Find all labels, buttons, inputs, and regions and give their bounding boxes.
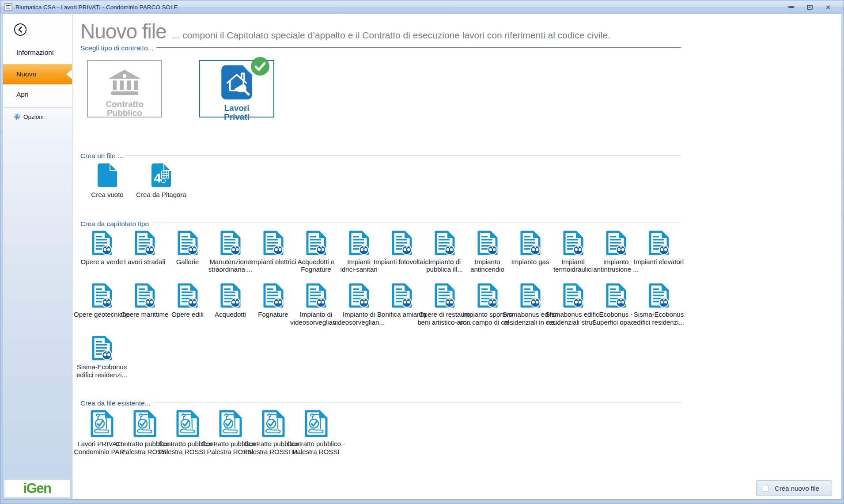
capitolato-document-icon [649,283,669,308]
capitolato-document-icon [649,231,669,255]
section-capitolato: Crea da capitolato tipo [80,220,681,228]
section-label: Crea da file esistente... [80,399,151,407]
capitolato-grid: Opere a verde Lavori stradali Gallerie [80,231,681,389]
capitolato-document-icon [306,283,326,308]
page-subtitle: ... componi il Capitolato speciale d’app… [172,30,610,41]
section-contract-type: Scegli tipo di contratto... [80,44,681,52]
house-trowel-icon [221,64,253,102]
minimize-button[interactable] [785,3,797,11]
capitolato-item[interactable]: Opere edili [166,283,209,326]
capitolato-document-icon [349,231,369,255]
green-check-icon [250,57,270,76]
contract-type-row: Contratto Pubblico [87,60,841,117]
capitolato-item[interactable]: Manutenzione straordinaria ... [209,231,252,273]
sidebar-nav: Informazioni Nuovo Apri Opzioni [3,43,72,126]
create-file-grid: Crea vuoto 4 Crea da Pitagora [80,163,681,201]
contract-scroll-document-icon [91,410,114,437]
create-file-item[interactable]: 4 Crea da Pitagora [134,163,188,199]
app-window: Blumatica CSA - Lavori PRIVATI - Condomi… [0,0,844,504]
capitolato-item[interactable]: Opere a verde [80,231,123,273]
contract-scroll-document-icon [305,410,328,437]
section-label: Crea da capitolato tipo [80,220,149,228]
capitolato-item[interactable]: Lavori stradali [123,231,166,273]
app-icon [4,3,12,11]
capitolato-document-icon [92,231,112,255]
close-icon: × [826,4,830,11]
sidebar: Informazioni Nuovo Apri Opzioni i [3,14,72,499]
capitolato-item[interactable]: Impianti idrici-sanitari [337,231,380,273]
close-button[interactable]: × [822,3,834,11]
capitolato-document-icon [563,231,583,255]
bank-icon [105,68,144,99]
contract-scroll-document-icon [133,410,156,437]
capitolato-document-icon [477,283,498,308]
create-file-item-label: Crea vuoto [77,191,137,199]
contract-scroll-document-icon [176,410,199,437]
sidebar-item-informazioni[interactable]: Informazioni [3,43,72,62]
capitolato-document-icon [178,231,198,255]
back-button[interactable] [14,23,27,36]
capitolato-document-icon [220,283,241,308]
capitolato-document-icon [520,283,541,308]
capitolato-document-icon [563,283,583,308]
igen-logo-text: iGen [23,481,51,496]
svg-text:4: 4 [154,171,161,185]
contract-type-label: Lavori Privati [224,104,250,121]
capitolato-item[interactable]: Opere marittime [123,283,166,326]
capitolato-item[interactable]: Impianti elevatori [637,231,680,273]
create-file-item-label: Crea da Pitagora [131,191,191,199]
capitolato-document-icon [435,231,455,255]
capitolato-item[interactable]: Impianto antintrusione ... [594,231,637,273]
capitolato-document-icon [92,336,112,360]
section-rule [152,223,681,223]
maximize-icon [807,5,813,10]
capitolato-item[interactable]: Sisma-Ecobonus edifici residenzi... [637,283,680,326]
contract-scroll-document-icon [262,410,285,437]
section-label: Crea un file ... [80,152,123,160]
capitolato-document-icon [435,283,455,308]
sidebar-item-nuovo[interactable]: Nuovo [3,64,72,84]
capitolato-document-icon [606,283,626,308]
contract-scroll-document-icon [219,410,242,437]
blank-document-icon [97,163,118,188]
contract-type-label: Contratto Pubblico [106,100,143,117]
capitolato-document-icon [92,283,112,308]
maximize-button[interactable] [804,3,815,11]
capitolato-document-icon [306,231,326,255]
capitolato-item-label: Sisma-Ecobonus edifici residenzi... [72,363,132,379]
create-file-item[interactable]: Crea vuoto [80,163,134,199]
capitolato-document-icon [606,231,626,255]
capitolato-item[interactable]: Impianto antincendio [466,231,509,273]
section-rule [126,155,681,155]
capitolato-item[interactable]: Impianto di videosorveglian... [337,283,380,326]
capitolato-document-icon [135,231,155,255]
capitolato-document-icon [520,231,541,255]
contract-type-privati[interactable]: Lavori Privati [199,60,274,117]
file-esistente-grid: Lavori PRIVATI - Condominio PAR... Contr… [80,410,681,465]
capitolato-document-icon [178,283,198,308]
titlebar: Blumatica CSA - Lavori PRIVATI - Condomi… [0,0,844,14]
esistente-item-label: Contratto pubblico - Palestra ROSSI [286,440,346,455]
section-rule [156,47,681,48]
capitolato-document-icon [392,231,412,255]
capitolato-item-label: Sisma-Ecobonus edifici residenzi... [629,311,689,326]
capitolato-item[interactable]: Acquedotti [209,283,252,326]
esistente-item[interactable]: Contratto pubblico - Palestra ROSSI [295,410,337,455]
page-header: Nuovo file ... componi il Capitolato spe… [80,19,841,43]
capitolato-item-label: Impianti elevatori [629,258,689,266]
sidebar-item-opzioni[interactable]: Opzioni [3,108,72,126]
crea-nuovo-file-button[interactable]: Crea nuovo file [756,480,832,496]
main-content: Nuovo file ... componi il Capitolato spe… [72,14,841,499]
crea-nuovo-file-label: Crea nuovo file [768,485,825,492]
window-title: Blumatica CSA - Lavori PRIVATI - Condomi… [15,4,178,11]
contract-type-pubblico[interactable]: Contratto Pubblico [87,60,162,117]
section-file-esistente: Crea da file esistente... [80,399,681,407]
pitagora-document-icon: 4 [151,163,172,188]
minimize-icon [788,6,794,8]
capitolato-item[interactable]: Opere geotecniche [80,283,123,326]
capitolato-document-icon [135,283,155,308]
capitolato-item[interactable]: Sisma-Ecobonus edifici residenzi... [80,336,123,379]
sidebar-item-apri[interactable]: Apri [3,85,72,104]
page-title: Nuovo file [80,19,167,43]
igen-logo: iGen [4,480,70,497]
